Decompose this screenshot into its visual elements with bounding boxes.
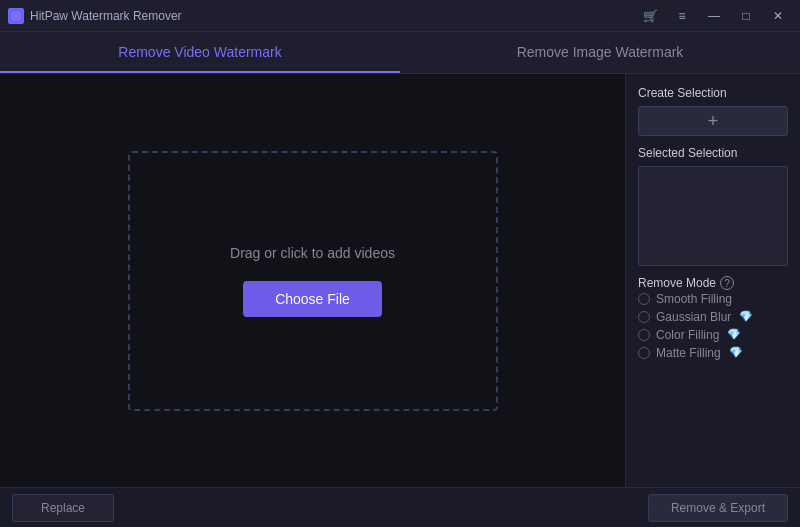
content-area: Drag or click to add videos Choose File: [0, 74, 625, 487]
premium-badge-color: 💎: [727, 328, 741, 342]
drop-zone-text: Drag or click to add videos: [230, 245, 395, 261]
create-selection-section: Create Selection +: [638, 86, 788, 136]
svg-rect-0: [11, 11, 21, 21]
maximize-button[interactable]: □: [732, 6, 760, 26]
title-bar-left: HitPaw Watermark Remover: [8, 8, 182, 24]
cart-button[interactable]: 🛒: [636, 6, 664, 26]
mode-matte[interactable]: Matte Filling 💎: [638, 344, 788, 362]
bottom-bar: Replace Remove & Export: [0, 487, 800, 527]
tab-image[interactable]: Remove Image Watermark: [400, 32, 800, 73]
close-button[interactable]: ✕: [764, 6, 792, 26]
mode-smooth[interactable]: Smooth Filling: [638, 290, 788, 308]
replace-button[interactable]: Replace: [12, 494, 114, 522]
title-bar: HitPaw Watermark Remover 🛒 ≡ — □ ✕: [0, 0, 800, 32]
mode-color[interactable]: Color Filling 💎: [638, 326, 788, 344]
radio-gaussian[interactable]: [638, 311, 650, 323]
selected-selection-section: Selected Selection: [638, 146, 788, 266]
app-icon: [8, 8, 24, 24]
app-title: HitPaw Watermark Remover: [30, 9, 182, 23]
premium-badge-gaussian: 💎: [739, 310, 753, 324]
main-layout: Drag or click to add videos Choose File …: [0, 74, 800, 487]
create-selection-label: Create Selection: [638, 86, 788, 100]
remove-mode-label: Remove Mode ?: [638, 276, 788, 290]
radio-matte[interactable]: [638, 347, 650, 359]
selected-selection-box: [638, 166, 788, 266]
choose-file-button[interactable]: Choose File: [243, 281, 382, 317]
remove-mode-section: Remove Mode ? Smooth Filling Gaussian Bl…: [638, 276, 788, 362]
export-button[interactable]: Remove & Export: [648, 494, 788, 522]
drop-zone[interactable]: Drag or click to add videos Choose File: [128, 151, 498, 411]
mode-gaussian[interactable]: Gaussian Blur 💎: [638, 308, 788, 326]
right-panel: Create Selection + Selected Selection Re…: [625, 74, 800, 487]
help-icon[interactable]: ?: [720, 276, 734, 290]
window-controls: 🛒 ≡ — □ ✕: [636, 6, 792, 26]
minimize-button[interactable]: —: [700, 6, 728, 26]
tab-bar: Remove Video Watermark Remove Image Wate…: [0, 32, 800, 74]
premium-badge-matte: 💎: [729, 346, 743, 360]
selected-selection-label: Selected Selection: [638, 146, 788, 160]
menu-button[interactable]: ≡: [668, 6, 696, 26]
radio-color[interactable]: [638, 329, 650, 341]
create-selection-button[interactable]: +: [638, 106, 788, 136]
tab-video[interactable]: Remove Video Watermark: [0, 32, 400, 73]
radio-smooth[interactable]: [638, 293, 650, 305]
